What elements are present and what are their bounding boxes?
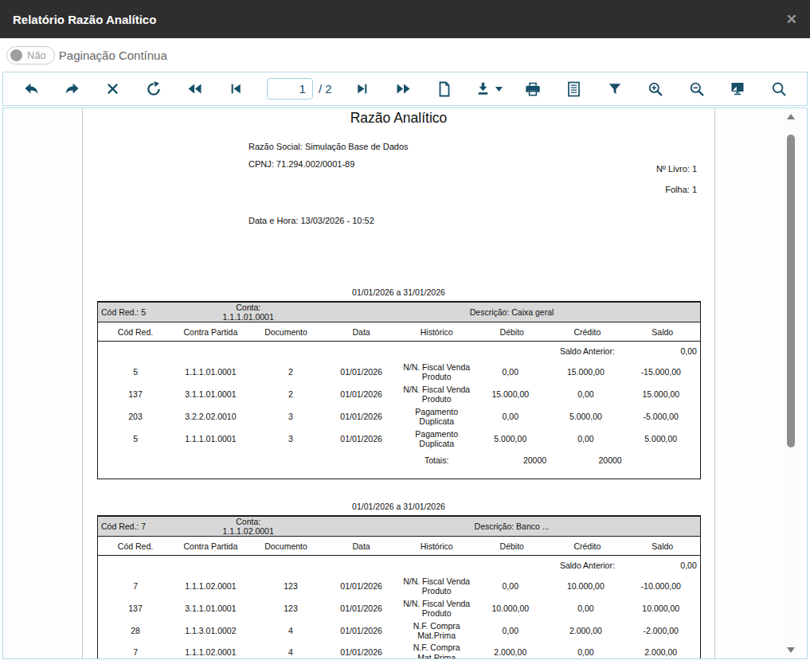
zoom-in-icon[interactable] [645, 79, 666, 100]
account-cod-red: Cód Red.: 5 [98, 302, 174, 322]
table-row: 71.1.1.02.0001 401/01/2026 N.F. Compra M… [98, 642, 701, 659]
vertical-scrollbar [785, 108, 798, 658]
report-header: Razão Analítico Razão Social: Simulação … [83, 108, 714, 287]
account-cod-red: Cód Red.: 7 [98, 516, 174, 537]
download-options-caret-icon [495, 87, 503, 92]
table-row: 2033.2.2.02.0010 301/01/2026 Pagamento D… [98, 405, 701, 428]
zoom-out-icon[interactable] [687, 79, 707, 100]
continuous-pagination-toggle[interactable]: Não [6, 46, 55, 64]
account-descricao: Descrição: Banco ... [323, 516, 700, 537]
print-icon[interactable] [522, 79, 543, 100]
pagination-toggle-label: Paginação Contínua [59, 49, 167, 62]
period-label: 01/01/2026 a 31/01/2026 [83, 502, 714, 511]
report-title: Razão Analítico [83, 110, 714, 127]
table-row: 51.1.1.01.0001 201/01/2026 N/N. Fiscal V… [98, 361, 701, 383]
account-band-row: Cód Red.: 7 Conta: 1.1.1.02.0001 Descriç… [98, 516, 701, 537]
filter-icon[interactable] [605, 79, 625, 100]
column-header-row: Cód Red. Contra Partida Documento Data H… [98, 537, 701, 556]
report-page: Razão Analítico Razão Social: Simulação … [82, 108, 715, 659]
page-number-input[interactable] [267, 78, 313, 100]
new-document-icon[interactable] [434, 79, 455, 100]
page-navigation: / 2 [267, 78, 332, 100]
report-razao-social: Razão Social: Simulação Base de Dados [248, 142, 409, 151]
last-page-icon[interactable] [352, 79, 373, 100]
table-row: 51.1.1.01.0001 301/01/2026 Pagamento Dup… [98, 428, 701, 450]
search-icon[interactable] [769, 79, 789, 100]
ledger-table-1: Cód Red.: 5 Conta: 1.1.1.01.0001 Descriç… [97, 301, 701, 479]
account-section-2: 01/01/2026 a 31/01/2026 Cód Red.: 7 Cont… [83, 502, 714, 659]
table-row: 1373.1.1.01.0001 201/01/2026 N/N. Fiscal… [98, 383, 701, 405]
previous-page-double-icon[interactable] [185, 79, 205, 100]
redo-icon[interactable] [61, 79, 82, 100]
account-band-row: Cód Red.: 5 Conta: 1.1.1.01.0001 Descriç… [98, 302, 701, 322]
column-header-row: Cód Red. Contra Partida Documento Data H… [98, 322, 701, 342]
modal-title: Relatório Razão Analítico [13, 13, 156, 26]
totals-row: Totais: 20000 20000 [98, 450, 701, 471]
account-conta: Conta: 1.1.1.01.0001 [173, 302, 323, 322]
period-label: 01/01/2026 a 31/01/2026 [83, 287, 714, 297]
page-total-label: / 2 [319, 82, 332, 96]
scroll-up-arrow-icon[interactable] [787, 114, 795, 119]
table-row: 71.1.1.02.0001 12301/01/2026 N/N. Fiscal… [98, 575, 701, 597]
report-folha: Folha: 1 [665, 185, 697, 194]
report-log-icon[interactable] [564, 79, 585, 100]
first-page-icon[interactable] [225, 79, 246, 100]
cancel-icon[interactable] [103, 79, 123, 100]
modal-header: Relatório Razão Analítico ✕ [0, 0, 810, 38]
undo-icon[interactable] [21, 79, 41, 100]
pdf-toolbar: / 2 [2, 72, 808, 106]
scrollbar-thumb[interactable] [787, 135, 795, 447]
report-n-livro: Nº Livro: 1 [656, 164, 697, 174]
close-icon[interactable]: ✕ [786, 13, 797, 26]
download-button[interactable] [475, 81, 503, 96]
fit-page-icon[interactable] [727, 79, 748, 100]
ledger-table-2: Cód Red.: 7 Conta: 1.1.1.02.0001 Descriç… [97, 515, 701, 659]
toggle-state-label: Não [27, 49, 46, 61]
pdf-viewer: Razão Analítico Razão Social: Simulação … [2, 107, 808, 659]
account-section-1: 01/01/2026 a 31/01/2026 Cód Red.: 5 Cont… [83, 287, 714, 479]
toggle-knob [10, 49, 22, 61]
refresh-icon[interactable] [143, 79, 164, 100]
saldo-anterior-row: Saldo Anterior: 0,00 [98, 556, 701, 575]
saldo-anterior-row: Saldo Anterior: 0,00 [98, 342, 701, 361]
scroll-down-arrow-icon[interactable] [787, 647, 795, 653]
pagination-toggle-row: Não Paginação Contínua [0, 38, 810, 72]
account-conta: Conta: 1.1.1.02.0001 [173, 516, 323, 537]
table-row: 281.1.3.01.0002 401/01/2026 N.F. Compra … [98, 619, 701, 642]
report-data-hora: Data e Hora: 13/03/2026 - 10:52 [248, 216, 374, 225]
next-page-double-icon[interactable] [393, 79, 414, 100]
account-descricao: Descrição: Caixa geral [323, 302, 700, 322]
report-cnpj: CPNJ: 71.294.002/0001-89 [248, 159, 354, 169]
table-row: 1373.1.1.01.0001 12301/01/2026 N/N. Fisc… [98, 597, 701, 619]
